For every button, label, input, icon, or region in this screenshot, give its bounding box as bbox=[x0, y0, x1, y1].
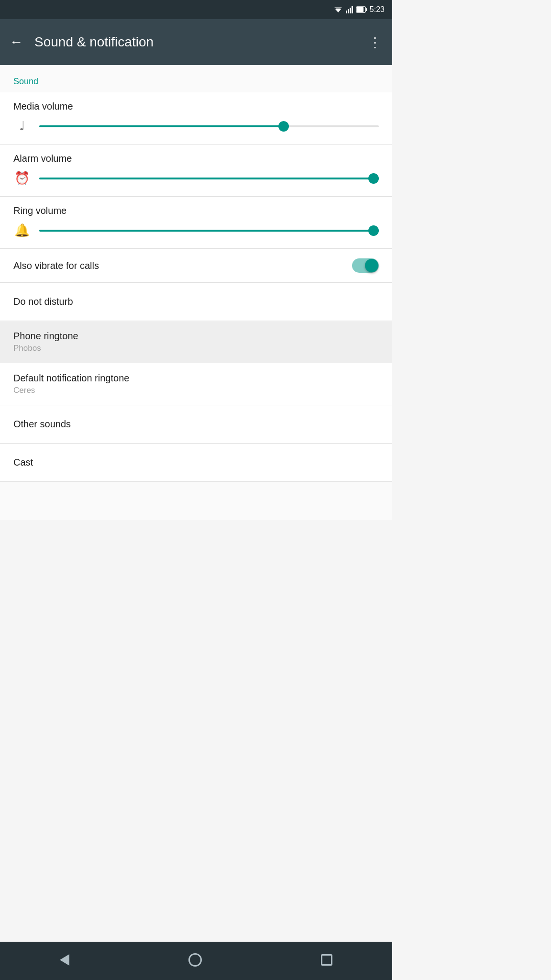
alarm-volume-track[interactable] bbox=[39, 178, 379, 179]
battery-icon bbox=[356, 6, 367, 13]
svg-marker-1 bbox=[334, 7, 342, 11]
ring-volume-slider-row: 🔔 bbox=[13, 223, 379, 238]
phone-ringtone-row[interactable]: Phone ringtone Phobos bbox=[0, 321, 392, 363]
notification-ringtone-title: Default notification ringtone bbox=[13, 373, 379, 384]
media-volume-label: Media volume bbox=[13, 101, 379, 112]
ring-volume-label: Ring volume bbox=[13, 205, 379, 216]
svg-rect-8 bbox=[366, 8, 367, 11]
other-sounds-label: Other sounds bbox=[13, 419, 379, 430]
do-not-disturb-label: Do not disturb bbox=[13, 296, 379, 307]
vibrate-toggle[interactable] bbox=[352, 258, 379, 273]
alarm-clock-icon: ⏰ bbox=[13, 171, 31, 186]
back-button[interactable]: ← bbox=[10, 34, 23, 50]
bell-icon: 🔔 bbox=[13, 223, 31, 238]
alarm-volume-fill bbox=[39, 178, 379, 179]
ring-volume-thumb[interactable] bbox=[368, 225, 379, 236]
cast-row[interactable]: Cast bbox=[0, 444, 392, 482]
svg-rect-5 bbox=[352, 6, 353, 13]
more-options-button[interactable]: ⋮ bbox=[368, 34, 383, 50]
ring-volume-track[interactable] bbox=[39, 230, 379, 232]
alarm-volume-section: Alarm volume ⏰ bbox=[0, 145, 392, 197]
phone-ringtone-value: Phobos bbox=[13, 344, 379, 353]
media-volume-track[interactable] bbox=[39, 125, 379, 127]
vibrate-knob bbox=[365, 259, 378, 272]
vibrate-row: Also vibrate for calls bbox=[0, 249, 392, 283]
media-volume-section: Media volume ♩ bbox=[0, 92, 392, 145]
ring-volume-fill bbox=[39, 230, 379, 232]
vibrate-label: Also vibrate for calls bbox=[13, 260, 99, 271]
do-not-disturb-row[interactable]: Do not disturb bbox=[0, 283, 392, 321]
svg-rect-7 bbox=[357, 7, 364, 12]
other-sounds-row[interactable]: Other sounds bbox=[0, 405, 392, 444]
alarm-volume-thumb[interactable] bbox=[368, 173, 379, 184]
alarm-volume-label: Alarm volume bbox=[13, 153, 379, 164]
media-volume-slider-row: ♩ bbox=[13, 119, 379, 134]
content: Sound Media volume ♩ Alarm volume ⏰ Ring… bbox=[0, 65, 392, 520]
media-volume-thumb[interactable] bbox=[278, 121, 289, 132]
notification-ringtone-value: Ceres bbox=[13, 386, 379, 395]
svg-rect-4 bbox=[350, 8, 351, 13]
phone-ringtone-title: Phone ringtone bbox=[13, 331, 379, 342]
music-note-icon: ♩ bbox=[13, 119, 31, 134]
ring-volume-section: Ring volume 🔔 bbox=[0, 197, 392, 249]
status-time: 5:23 bbox=[370, 5, 385, 14]
cast-label: Cast bbox=[13, 457, 379, 468]
sound-section-header: Sound bbox=[0, 65, 392, 92]
alarm-volume-slider-row: ⏰ bbox=[13, 171, 379, 186]
svg-rect-3 bbox=[348, 9, 349, 13]
svg-rect-2 bbox=[346, 11, 347, 13]
signal-icon bbox=[346, 6, 353, 13]
status-icons: 5:23 bbox=[333, 5, 385, 14]
media-volume-fill bbox=[39, 125, 284, 127]
bottom-spacer bbox=[0, 482, 392, 520]
page-title: Sound & notification bbox=[34, 34, 368, 50]
wifi-icon bbox=[333, 6, 343, 13]
app-bar: ← Sound & notification ⋮ bbox=[0, 19, 392, 65]
status-bar: 5:23 bbox=[0, 0, 392, 19]
notification-ringtone-row[interactable]: Default notification ringtone Ceres bbox=[0, 363, 392, 405]
